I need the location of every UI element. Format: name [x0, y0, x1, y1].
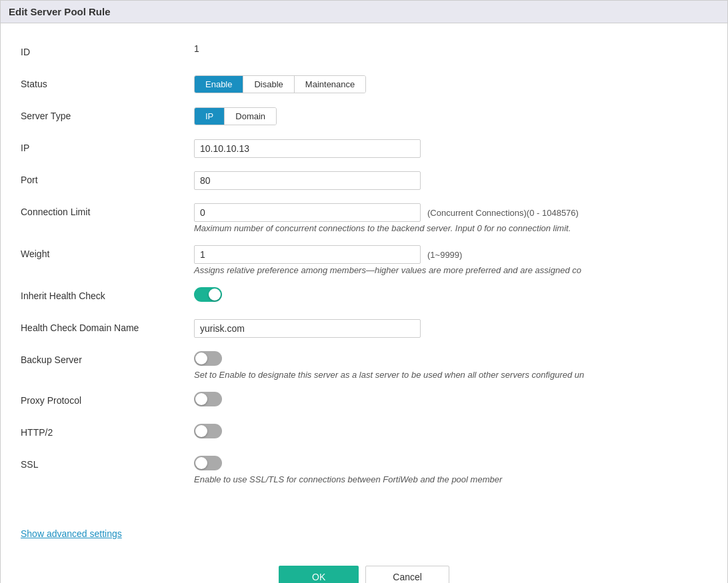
weight-value: (1~9999) Assigns relative preference amo…: [194, 245, 707, 275]
connection-limit-note: Maximum number of concurrent connections…: [194, 223, 707, 233]
backup-server-value: Set to Enable to designate this server a…: [194, 351, 707, 380]
id-value: 1: [194, 43, 199, 54]
server-type-value: IP Domain: [194, 107, 707, 125]
backup-server-note: Set to Enable to designate this server a…: [194, 370, 707, 380]
status-value: Enable Disable Maintenance: [194, 75, 707, 93]
proxy-protocol-toggle[interactable]: [194, 392, 222, 406]
form-content: ID 1 Status Enable Disable Maintenance S…: [1, 23, 727, 583]
cancel-button[interactable]: Cancel: [365, 566, 449, 583]
port-input[interactable]: [194, 171, 421, 190]
ssl-toggle[interactable]: [194, 456, 222, 470]
connection-limit-input[interactable]: [194, 203, 421, 222]
inherit-health-check-row: Inherit Health Check: [21, 287, 707, 307]
status-label: Status: [21, 75, 194, 89]
id-label: ID: [21, 43, 194, 57]
window: Edit Server Pool Rule ID 1 Status Enable…: [0, 0, 728, 583]
advanced-settings-link-container: Show advanced settings: [21, 528, 707, 539]
ip-row: IP: [21, 139, 707, 159]
port-value: [194, 171, 707, 190]
status-maintenance-button[interactable]: Maintenance: [295, 76, 365, 93]
weight-row: Weight (1~9999) Assigns relative prefere…: [21, 245, 707, 275]
backup-server-toggle[interactable]: [194, 351, 222, 366]
status-enable-button[interactable]: Enable: [195, 76, 243, 93]
proxy-protocol-value: [194, 392, 707, 406]
server-type-button-group: IP Domain: [194, 107, 277, 125]
title-bar: Edit Server Pool Rule: [1, 1, 727, 23]
proxy-protocol-label: Proxy Protocol: [21, 392, 194, 406]
inherit-health-check-toggle[interactable]: [194, 287, 222, 302]
http2-row: HTTP/2: [21, 424, 707, 444]
http2-toggle[interactable]: [194, 424, 222, 438]
ssl-row: SSL Enable to use SSL/TLS for connection…: [21, 456, 707, 484]
health-check-domain-name-value: [194, 319, 707, 338]
status-button-group: Enable Disable Maintenance: [194, 75, 366, 93]
proxy-protocol-row: Proxy Protocol: [21, 392, 707, 412]
ssl-label: SSL: [21, 456, 194, 470]
port-label: Port: [21, 171, 194, 185]
status-disable-button[interactable]: Disable: [243, 76, 294, 93]
backup-server-label: Backup Server: [21, 351, 194, 365]
id-value-container: 1: [194, 43, 707, 54]
weight-label: Weight: [21, 245, 194, 259]
inherit-health-check-label: Inherit Health Check: [21, 287, 194, 301]
connection-limit-hint: (Concurrent Connections)(0 - 1048576): [427, 208, 579, 218]
health-check-domain-name-label: Health Check Domain Name: [21, 319, 194, 333]
ip-input[interactable]: [194, 139, 421, 158]
show-advanced-settings-link[interactable]: Show advanced settings: [21, 528, 122, 539]
advanced-settings-spacer: [21, 496, 194, 500]
footer-buttons: OK Cancel: [21, 566, 707, 583]
id-row: ID 1: [21, 43, 707, 63]
server-type-domain-button[interactable]: Domain: [225, 108, 276, 125]
connection-limit-label: Connection Limit: [21, 203, 194, 217]
ssl-note: Enable to use SSL/TLS for connections be…: [194, 474, 707, 484]
ip-label: IP: [21, 139, 194, 153]
server-type-row: Server Type IP Domain: [21, 107, 707, 127]
connection-limit-value: (Concurrent Connections)(0 - 1048576) Ma…: [194, 203, 707, 233]
health-check-domain-name-input[interactable]: [194, 319, 421, 338]
ssl-value: Enable to use SSL/TLS for connections be…: [194, 456, 707, 484]
backup-server-row: Backup Server Set to Enable to designate…: [21, 351, 707, 380]
health-check-domain-name-row: Health Check Domain Name: [21, 319, 707, 339]
inherit-health-check-value: [194, 287, 707, 302]
advanced-settings-row: [21, 496, 707, 516]
ok-button[interactable]: OK: [279, 566, 359, 583]
page-title: Edit Server Pool Rule: [9, 6, 111, 17]
port-row: Port: [21, 171, 707, 191]
ip-value: [194, 139, 707, 158]
server-type-ip-button[interactable]: IP: [195, 108, 225, 125]
weight-hint: (1~9999): [427, 250, 462, 260]
server-type-label: Server Type: [21, 107, 194, 121]
weight-note: Assigns relative preference among member…: [194, 265, 707, 275]
connection-limit-row: Connection Limit (Concurrent Connections…: [21, 203, 707, 233]
http2-value: [194, 424, 707, 438]
status-row: Status Enable Disable Maintenance: [21, 75, 707, 95]
weight-input[interactable]: [194, 245, 421, 264]
http2-label: HTTP/2: [21, 424, 194, 438]
